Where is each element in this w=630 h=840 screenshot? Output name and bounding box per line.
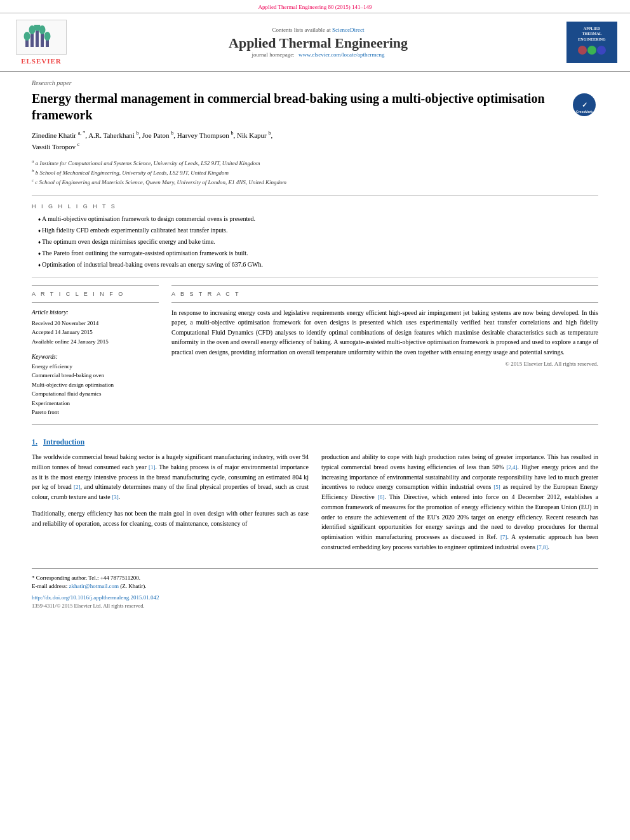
svg-point-10 [578,46,587,55]
crossmark-icon: ✓ CrossMark [573,93,596,116]
intro-body: The worldwide commercial bread baking se… [32,452,598,558]
abstract-col: A B S T R A C T In response to increasin… [171,285,598,417]
homepage-line: journal homepage: www.elsevier.com/locat… [70,51,566,58]
ref-3[interactable]: [3] [112,494,119,500]
affiliation-c: c c School of Engineering and Materials … [32,177,598,187]
article-info-heading: A R T I C L E I N F O [32,291,159,297]
svg-point-5 [24,32,30,41]
ref-2[interactable]: [2] [74,484,81,490]
intro-heading: 1. Introduction [32,437,598,447]
intro-right-para-1: production and ability to cope with high… [321,452,598,552]
keyword-5: Experimentation [32,399,159,408]
author-zinedine: Zinedine Khatir a, *, [32,131,87,139]
article-history: Article history: Received 20 November 20… [32,308,159,346]
author-harvey: Harvey Thompson b, [177,131,235,139]
svg-text:✓: ✓ [582,101,587,109]
article-info-col: A R T I C L E I N F O Article history: R… [32,285,159,417]
ref-1[interactable]: [1] [149,464,156,470]
article-title-row: Energy thermal management in commercial … [32,90,598,123]
highlight-item: The Pareto front outlining the surrogate… [38,249,598,258]
ref-6[interactable]: [6] [378,494,385,500]
highlight-item: High fidelity CFD embeds experimentally … [38,226,598,235]
journal-logo-text: APPLIEDTHERMALENGINEERING [576,26,608,58]
highlights-list: A multi-objective optimisation framework… [38,215,598,269]
ref-24[interactable]: [2,4] [506,464,517,470]
intro-para-2: Traditionally, energy efficiency has not… [32,509,309,528]
svg-text:CrossMark: CrossMark [576,110,593,114]
highlight-item: The optimum oven design minimises specif… [38,237,598,246]
keyword-3: Multi-objective design optimisation [32,380,159,389]
highlight-item: A multi-objective optimisation framework… [38,215,598,223]
author-nik: Nik Kapur b, [237,131,272,139]
email-footnote: E-mail address: zkhatir@hotmail.com (Z. … [32,582,598,591]
issn-line: 1359-4311/© 2015 Elsevier Ltd. All right… [32,602,598,610]
article-type-label: Research paper [32,79,598,86]
elsevier-logo: ELSEVIER [13,20,70,65]
keywords-heading: Keywords: [32,354,159,360]
highlight-item: Optimisation of industrial bread-baking … [38,260,598,269]
article-content: Research paper Energy thermal management… [0,72,630,623]
article-title: Energy thermal management in commercial … [32,90,560,123]
article-info-abstract: A R T I C L E I N F O Article history: R… [32,285,598,417]
journal-header: ELSEVIER Contents lists available at Sci… [0,13,630,72]
intro-left-col: The worldwide commercial bread baking se… [32,452,309,558]
abstract-heading: A B S T R A C T [171,291,598,297]
highlights-heading: H I G H L I G H T S [32,203,598,210]
journal-logo-decoration [576,44,608,57]
journal-reference-bar: Applied Thermal Engineering 80 (2015) 14… [0,0,630,13]
author-taherkhani: A.R. Taherkhani b, [88,131,140,139]
copyright-line: © 2015 Elsevier Ltd. All rights reserved… [171,361,598,367]
keyword-1: Energy efficiency [32,362,159,371]
introduction-section: 1. Introduction The worldwide commercial… [32,437,598,558]
keyword-2: Commercial bread-baking oven [32,371,159,380]
keyword-6: Pareto front [32,408,159,417]
svg-point-12 [597,46,606,55]
svg-point-9 [44,32,51,41]
accepted-date: Accepted 14 January 2015 [32,328,159,337]
svg-point-11 [587,46,596,55]
article-history-heading: Article history: [32,308,159,317]
journal-header-center: Contents lists available at ScienceDirec… [70,27,566,58]
journal-logo-right: APPLIEDTHERMALENGINEERING [566,22,617,63]
contents-available-line: Contents lists available at ScienceDirec… [70,27,566,33]
svg-point-8 [39,25,46,34]
email-link[interactable]: zkhatir@hotmail.com [69,583,120,589]
affiliation-b: b b School of Mechanical Engineering, Un… [32,168,598,177]
ref-7[interactable]: [7] [500,534,507,540]
intro-para-1: The worldwide commercial bread baking se… [32,452,309,502]
author-joe: Joe Paton b, [142,131,175,139]
ref-5[interactable]: [5] [493,484,500,490]
footnote-section: * Corresponding author. Tel.: +44 787751… [32,568,598,610]
authors-line: Zinedine Khatir a, *, A.R. Taherkhani b,… [32,130,598,153]
divider-1 [32,195,598,196]
crossmark-badge: ✓ CrossMark [573,93,598,119]
doi-line: http://dx.doi.org/10.1016/j.applthermale… [32,594,598,603]
elsevier-tree-icon [22,25,60,50]
divider-2 [32,277,598,277]
available-date: Available online 24 January 2015 [32,337,159,346]
sciencedirect-link[interactable]: ScienceDirect [332,27,364,33]
received-date: Received 20 November 2014 [32,319,159,328]
author-vassili: Vassili Toropov c [32,143,79,150]
divider-3 [32,424,598,425]
intro-heading-text: Introduction [43,437,84,446]
keyword-4: Computational fluid dynamics [32,389,159,398]
affiliations: a a Institute for Computational and Syst… [32,158,598,187]
journal-reference: Applied Thermal Engineering 80 (2015) 14… [258,4,372,10]
journal-title: Applied Thermal Engineering [70,35,566,51]
intro-right-col: production and ability to cope with high… [321,452,598,558]
elsevier-label: ELSEVIER [21,57,62,65]
keywords-section: Keywords: Energy efficiency Commercial b… [32,354,159,417]
abstract-text: In response to increasing energy costs a… [171,308,598,357]
affiliation-a: a a Institute for Computational and Syst… [32,158,598,168]
corresponding-author-note: * Corresponding author. Tel.: +44 787751… [32,574,598,583]
ref-78[interactable]: [7,8] [537,544,547,550]
doi-link[interactable]: http://dx.doi.org/10.1016/j.applthermale… [32,594,159,601]
journal-homepage-link[interactable]: www.elsevier.com/locate/apthermeng [298,51,384,58]
